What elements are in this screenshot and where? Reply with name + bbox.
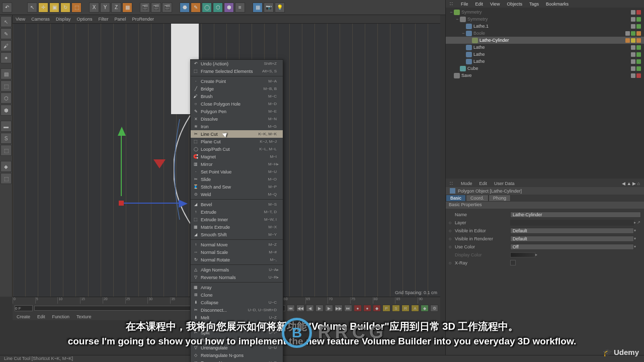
locked-mode[interactable]: ◆	[1, 161, 12, 172]
am-nav-icons[interactable]: ◀ ▲ ▶ ⌂	[622, 181, 640, 186]
tree-item-lathe-1[interactable]: Lathe.1	[446, 23, 644, 30]
menu-item-extrude[interactable]: ↑ExtrudeM~T, D	[191, 208, 283, 216]
tree-item-lathe-cylinder[interactable]: Lathe-Cylinder	[446, 37, 644, 44]
om-view[interactable]: View	[490, 2, 500, 7]
scale-tool[interactable]: ▣	[49, 3, 59, 13]
move-tool[interactable]: ✛	[38, 3, 48, 13]
rot-key[interactable]: R	[401, 305, 410, 312]
menu-item-collapse[interactable]: ⬇CollapseU~C	[191, 299, 283, 306]
am-edit[interactable]: Edit	[479, 181, 488, 186]
keyframe-sel[interactable]: ◆	[373, 305, 381, 312]
menu-item-split[interactable]: ✂SplitU~P	[191, 329, 283, 336]
tree-item-symmetry[interactable]: −Symmetry	[446, 16, 644, 23]
render-settings[interactable]: 🎬	[162, 3, 172, 13]
menu-item-line-cut[interactable]: ✂Line CutK~K, M~K	[191, 130, 283, 138]
tree-item-lathe[interactable]: Lathe	[446, 58, 644, 65]
options-key[interactable]: ⚙	[430, 305, 438, 312]
layer-field[interactable]	[510, 220, 634, 226]
undo-button[interactable]: ↶	[2, 3, 12, 13]
menu-item-magnet[interactable]: 🧲MagnetM~I	[191, 153, 283, 160]
tree-item-boole[interactable]: −Boole	[446, 30, 644, 37]
vp-menu-prorender[interactable]: ProRender	[132, 17, 154, 22]
menu-item-optimize-[interactable]: ⚙Optimize...U~O, U~Shift+O	[191, 321, 283, 329]
om-objects[interactable]: Objects	[507, 2, 522, 7]
menu-item-dissolve[interactable]: ⨯DissolveM~N	[191, 115, 283, 123]
menu-item-array[interactable]: ▦Array	[191, 284, 283, 291]
menu-item-reverse-normals[interactable]: ▽Reverse NormalsU~R▸	[191, 274, 283, 281]
menu-item-loop-path-cut[interactable]: ◯Loop/Path CutK~L, M~L	[191, 145, 283, 153]
texture-mode[interactable]: 🖌	[1, 40, 12, 51]
autokey-button[interactable]: ●	[363, 305, 371, 312]
tab-basic[interactable]: Basic	[446, 195, 466, 202]
next-key[interactable]: ▶▶	[335, 305, 343, 312]
uv-mode[interactable]: ⬢	[1, 105, 12, 116]
menu-item-align-normals[interactable]: △Align NormalsU~A▸	[191, 266, 283, 274]
menu-item-bridge[interactable]: ╱BridgeM~B, B	[191, 85, 283, 93]
next-frame[interactable]: ▶	[325, 305, 333, 312]
prev-key[interactable]: ◀◀	[296, 305, 304, 312]
vp-menu-view[interactable]: View	[16, 17, 25, 22]
menu-item-brush[interactable]: 🖌BrushM~C	[191, 93, 283, 100]
menu-item-triangulate[interactable]: △Triangulate	[191, 336, 283, 344]
vis-editor-dropdown[interactable]: Default	[510, 228, 634, 234]
add-spline[interactable]: ✎	[191, 3, 201, 13]
tree-item-lathe[interactable]: Lathe	[446, 44, 644, 51]
prev-frame[interactable]: ◀	[306, 305, 314, 312]
param-key[interactable]: A	[411, 305, 419, 312]
menu-item-melt[interactable]: ⬇MeltU~Z	[191, 314, 283, 321]
camera-button[interactable]: 📷	[264, 3, 274, 13]
menu-item-close-polygon-hole[interactable]: ○Close Polygon HoleM~D	[191, 100, 283, 108]
menu-item-set-point-value[interactable]: ·Set Point ValueM~U	[191, 168, 283, 175]
menu-item-mirror[interactable]: ▥MirrorM~H▸	[191, 160, 283, 168]
cmd-edit[interactable]: Edit	[37, 314, 45, 319]
tree-item-lathe[interactable]: Lathe	[446, 51, 644, 58]
menu-item-undo-action-[interactable]: ↶Undo (Action)Shift+Z	[191, 60, 283, 67]
tree-item-cube[interactable]: Cube	[446, 65, 644, 72]
z-axis-lock[interactable]: Z	[111, 3, 121, 13]
add-environment[interactable]: ⬢	[224, 3, 234, 13]
menu-item-bevel[interactable]: ◢BevelM~S	[191, 201, 283, 208]
add-camera[interactable]: ≡	[235, 3, 245, 13]
model-mode[interactable]: ✎	[1, 28, 12, 39]
vis-render-dropdown[interactable]: Default	[510, 236, 634, 242]
menu-item-iron[interactable]: ≋IronM~G	[191, 123, 283, 130]
gizmo-center-icon[interactable]	[119, 201, 124, 206]
tab-phong[interactable]: Phong	[489, 195, 511, 202]
om-edit[interactable]: Edit	[475, 2, 484, 7]
cmd-create[interactable]: Create	[17, 314, 30, 319]
menu-item-clone[interactable]: ⊞Clone	[191, 291, 283, 299]
menu-item-matrix-extrude[interactable]: ▦Matrix ExtrudeM~X	[191, 223, 283, 231]
workplane-button[interactable]: ⬚	[1, 145, 12, 156]
menu-item-polygon-pen[interactable]: ✎Polygon PenM~E	[191, 108, 283, 115]
x-axis-lock[interactable]: X	[89, 3, 99, 13]
vp-menu-panel[interactable]: Panel	[114, 17, 126, 22]
menu-item-normal-scale[interactable]: ↔Normal ScaleM~#	[191, 248, 283, 256]
pla-key[interactable]: ◆	[421, 305, 429, 312]
object-tree[interactable]: −Symmetry−SymmetryLathe.1−BooleLathe-Cyl…	[446, 8, 644, 178]
add-deformer[interactable]: ⬡	[213, 3, 223, 13]
menu-item-extrude-inner[interactable]: ⬚Extrude InnerM~W, I	[191, 216, 283, 223]
am-mode[interactable]: Mode	[461, 181, 472, 186]
scale-key[interactable]: S	[392, 305, 400, 312]
om-tags[interactable]: Tags	[529, 2, 539, 7]
axis-mode[interactable]: ▬	[1, 121, 12, 132]
goto-start[interactable]: ⏮	[287, 305, 295, 312]
vp-menu-display[interactable]: Display	[56, 17, 71, 22]
gizmo-y-arrow-icon[interactable]	[118, 127, 126, 136]
menu-item-plane-cut[interactable]: ⬚Plane CutK~J, M~J	[191, 138, 283, 145]
tweak-mode[interactable]: ⬚	[1, 173, 12, 184]
make-editable[interactable]: ↖	[1, 16, 12, 27]
rotate-tool[interactable]: ↻	[60, 3, 70, 13]
edges-mode[interactable]: ⬚	[1, 80, 12, 92]
menu-item-stitch-and-sew[interactable]: 🧵Stitch and SewM~P	[191, 183, 283, 191]
points-mode[interactable]: ▤	[1, 68, 12, 79]
polygons-mode[interactable]: ⬡	[1, 93, 12, 104]
add-generator[interactable]: ◯	[202, 3, 212, 13]
snap-mode[interactable]: S	[1, 133, 12, 144]
play-button[interactable]: ▶	[315, 305, 324, 312]
cmd-function[interactable]: Function	[52, 314, 70, 319]
goto-end[interactable]: ⏭	[344, 305, 352, 312]
menu-item-remove-n-gons[interactable]: ✕Remove N-gonsU~E	[191, 359, 283, 362]
menu-item-weld[interactable]: ⊙WeldM~Q	[191, 191, 283, 198]
render-picture-viewer[interactable]: 🎬	[151, 3, 161, 13]
